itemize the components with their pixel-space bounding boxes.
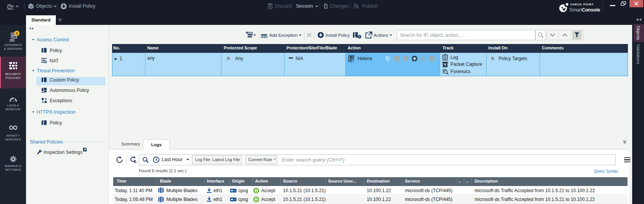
svg-text:A: A [134,160,137,164]
